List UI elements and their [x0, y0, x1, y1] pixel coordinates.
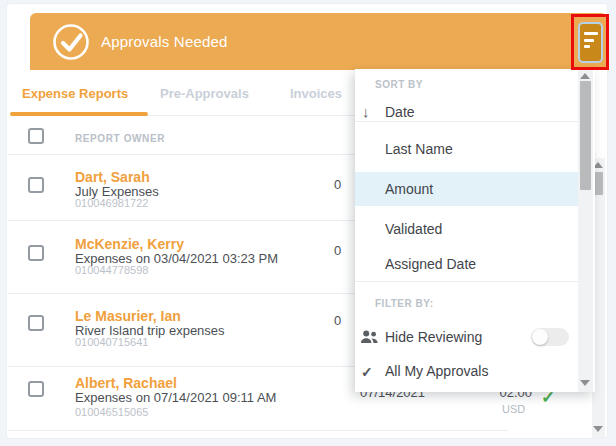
- menu-item-all-my-approvals[interactable]: All My Approvals: [385, 363, 488, 379]
- currency-code: USD: [502, 403, 525, 415]
- panel-header: Approvals Needed: [30, 13, 607, 70]
- check-icon: ✓: [361, 364, 373, 380]
- menu-scrollbar[interactable]: [578, 69, 593, 392]
- date-fragment: 0: [334, 313, 341, 328]
- date-fragment: 0: [334, 243, 341, 258]
- page-title: Approvals Needed: [101, 33, 228, 50]
- report-id: 010044778598: [75, 264, 148, 276]
- tab-expense-reports[interactable]: Expense Reports: [22, 86, 128, 101]
- menu-scroll-down-icon[interactable]: [580, 380, 590, 386]
- menu-item-validated[interactable]: Validated: [385, 221, 442, 237]
- tab-pre-approvals[interactable]: Pre-Approvals: [160, 86, 249, 101]
- report-owner-link[interactable]: Le Masurier, Ian: [75, 308, 181, 324]
- report-id: 010040715641: [75, 336, 148, 348]
- sort-filter-menu: SORT BY ↓ Date Last Name Amount Validate…: [355, 69, 595, 392]
- hide-reviewing-toggle[interactable]: [531, 328, 569, 346]
- menu-item-hide-reviewing[interactable]: Hide Reviewing: [385, 329, 482, 345]
- row-checkbox[interactable]: [28, 177, 44, 193]
- people-icon: [361, 330, 378, 348]
- check-circle-icon: [51, 22, 91, 62]
- report-title: Expenses on 07/14/2021 09:11 AM: [75, 390, 276, 405]
- scroll-down-icon[interactable]: [593, 426, 603, 432]
- toggle-knob: [532, 329, 548, 345]
- menu-scrollbar-thumb[interactable]: [580, 81, 591, 190]
- report-owner-link[interactable]: McKenzie, Kerry: [75, 236, 184, 252]
- report-id: 010046981722: [75, 197, 148, 209]
- approvals-panel: Approvals Needed Expense Reports Pre-App…: [0, 0, 616, 446]
- tab-invoices[interactable]: Invoices: [290, 86, 342, 101]
- report-owner-link[interactable]: Dart, Sarah: [75, 169, 150, 185]
- report-id: 010046515065: [75, 406, 148, 418]
- report-owner-link[interactable]: Albert, Rachael: [75, 375, 177, 391]
- select-all-checkbox[interactable]: [28, 128, 44, 144]
- date-fragment: 0: [334, 177, 341, 192]
- list-scrollbar-thumb[interactable]: [594, 172, 603, 195]
- menu-item-last-name[interactable]: Last Name: [385, 141, 453, 157]
- column-header-report-owner: REPORT OWNER: [75, 133, 165, 144]
- menu-scroll-up-icon[interactable]: [580, 73, 590, 79]
- menu-item-amount[interactable]: Amount: [385, 181, 433, 197]
- menu-item-date[interactable]: Date: [385, 104, 415, 120]
- row-checkbox[interactable]: [28, 315, 44, 331]
- row-checkbox[interactable]: [28, 381, 44, 397]
- arrow-down-icon: ↓: [362, 103, 370, 120]
- menu-item-assigned-date[interactable]: Assigned Date: [385, 256, 476, 272]
- sort-menu-button[interactable]: [578, 22, 603, 63]
- row-checkbox[interactable]: [28, 245, 44, 261]
- filter-by-label: FILTER BY:: [375, 298, 434, 309]
- sort-by-label: SORT BY: [375, 79, 423, 90]
- active-tab-underline: [10, 112, 148, 116]
- sort-icon: [584, 32, 598, 35]
